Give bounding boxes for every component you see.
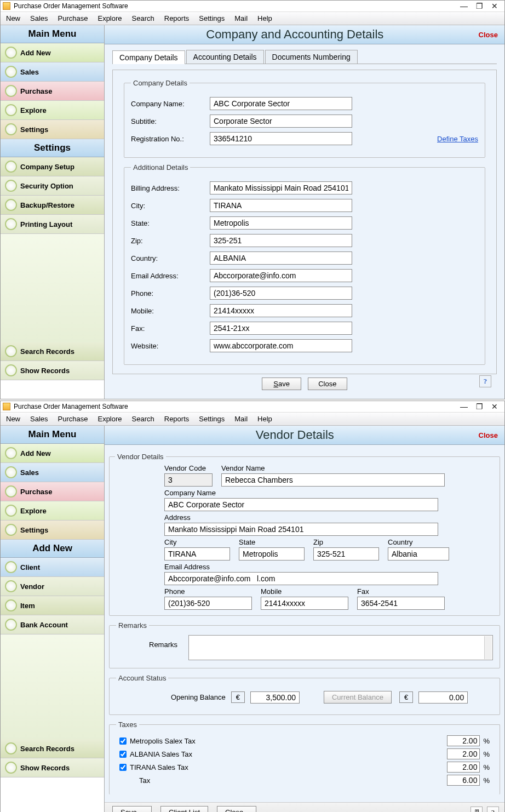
- sidebar-item-client[interactable]: Client: [1, 558, 104, 577]
- email-input[interactable]: [210, 269, 352, 282]
- state-label: State:: [131, 219, 202, 227]
- sidebar-item-settings[interactable]: Settings: [1, 120, 104, 139]
- sidebar-item-explore[interactable]: Explore: [1, 501, 104, 521]
- sidebar-item-sales[interactable]: Sales: [1, 463, 104, 482]
- vendor-address-input[interactable]: [164, 523, 438, 536]
- sidebar-item-add-new[interactable]: Add New: [1, 43, 104, 62]
- sidebar-item-show-records[interactable]: Show Records: [1, 361, 104, 380]
- sidebar-item-security[interactable]: Security Option: [1, 176, 104, 196]
- city-input[interactable]: [210, 199, 352, 212]
- maximize-button[interactable]: ❐: [472, 2, 487, 10]
- menu-sales[interactable]: Sales: [30, 14, 48, 22]
- tab-documents-numbering[interactable]: Documents Numbering: [265, 50, 358, 64]
- sidebar-item-item[interactable]: Item: [1, 596, 104, 615]
- minimize-button[interactable]: —: [456, 2, 472, 10]
- sidebar-item-purchase[interactable]: Purchase: [1, 482, 104, 501]
- close-button[interactable]: Close: [217, 806, 256, 812]
- menu-purchase[interactable]: Purchase: [58, 415, 88, 423]
- current-balance-input[interactable]: [418, 691, 468, 704]
- vendor-city-input[interactable]: [164, 547, 230, 561]
- menu-search[interactable]: Search: [132, 14, 154, 22]
- help-icon[interactable]: ?: [487, 807, 499, 813]
- menu-reports[interactable]: Reports: [164, 415, 190, 423]
- menu-search[interactable]: Search: [132, 415, 154, 423]
- vendor-code-input[interactable]: [164, 473, 213, 487]
- vendor-phone-input[interactable]: [164, 597, 252, 610]
- save-button[interactable]: SSaveave: [262, 378, 301, 390]
- country-input[interactable]: [210, 251, 352, 265]
- vendor-fax-input[interactable]: [357, 597, 445, 610]
- sidebar-item-printing[interactable]: Printing Layout: [1, 215, 104, 234]
- maximize-button[interactable]: ❐: [472, 402, 487, 411]
- panel-close-link[interactable]: Close: [479, 31, 498, 39]
- tab-accounting-details[interactable]: Accounting Details: [186, 50, 264, 64]
- sidebar-item-bank[interactable]: Bank Account: [1, 615, 104, 634]
- sidebar-item-vendor[interactable]: Vendor: [1, 577, 104, 596]
- sidebar-item-explore[interactable]: Explore: [1, 101, 104, 120]
- vendor-email-input[interactable]: [164, 572, 438, 585]
- save-button[interactable]: SaveSave: [112, 806, 152, 812]
- menu-mail[interactable]: Mail: [234, 14, 248, 22]
- tax-total-row: Tax%: [116, 774, 493, 787]
- menu-reports[interactable]: Reports: [164, 14, 190, 22]
- print-icon[interactable]: 🖶: [470, 807, 483, 813]
- sidebar-item-sales[interactable]: Sales: [1, 62, 104, 82]
- opening-currency: €: [231, 691, 245, 703]
- mobile-input[interactable]: [210, 304, 352, 317]
- menu-help[interactable]: Help: [257, 415, 272, 423]
- phone-input[interactable]: [210, 287, 352, 300]
- tax-value-input[interactable]: [447, 735, 480, 746]
- list-icon: [5, 762, 17, 774]
- sidebar-item-search-records[interactable]: Search Records: [1, 342, 104, 361]
- minimize-button[interactable]: —: [456, 402, 472, 411]
- sidebar-item-backup[interactable]: Backup/Restore: [1, 196, 104, 215]
- sidebar-item-purchase[interactable]: Purchase: [1, 82, 104, 101]
- subtitle-input[interactable]: [210, 115, 352, 128]
- help-icon[interactable]: ?: [479, 375, 491, 387]
- menu-mail[interactable]: Mail: [234, 415, 248, 423]
- scrollbar[interactable]: [484, 636, 492, 659]
- tax-value-input[interactable]: [447, 762, 480, 773]
- sidebar-item-company-setup[interactable]: Company Setup: [1, 157, 104, 176]
- sidebar-item-add-new[interactable]: Add New: [1, 444, 104, 463]
- fax-input[interactable]: [210, 322, 352, 335]
- client-list-button[interactable]: Client List: [160, 806, 208, 812]
- menu-settings[interactable]: Settings: [199, 415, 225, 423]
- company-name-input[interactable]: [210, 97, 352, 110]
- menu-help[interactable]: Help: [257, 14, 272, 22]
- tax-checkbox[interactable]: [119, 764, 127, 771]
- menu-new[interactable]: New: [6, 14, 20, 22]
- sidebar-item-settings[interactable]: Settings: [1, 521, 104, 540]
- define-taxes-link[interactable]: Define Taxes: [437, 135, 478, 143]
- vendor-mobile-input[interactable]: [261, 597, 348, 610]
- close-window-button[interactable]: ✕: [487, 2, 502, 10]
- vendor-zip-input[interactable]: [313, 547, 379, 561]
- tax-total-input[interactable]: [447, 775, 480, 786]
- menu-explore[interactable]: Explore: [97, 415, 122, 423]
- tax-checkbox[interactable]: [119, 751, 127, 758]
- website-input[interactable]: [210, 339, 352, 352]
- tab-company-details[interactable]: Company Details: [112, 50, 185, 64]
- tax-value-input[interactable]: [447, 748, 480, 759]
- billing-input[interactable]: [210, 181, 352, 195]
- vendor-company-input[interactable]: [164, 498, 438, 511]
- sidebar-item-search-records[interactable]: Search Records: [1, 739, 104, 758]
- tax-checkbox[interactable]: [119, 737, 127, 745]
- vendor-country-input[interactable]: [388, 547, 449, 561]
- remarks-textarea[interactable]: [188, 635, 493, 660]
- zip-input[interactable]: [210, 234, 352, 247]
- sidebar-item-show-records[interactable]: Show Records: [1, 758, 104, 777]
- menu-purchase[interactable]: Purchase: [58, 14, 88, 22]
- menu-settings[interactable]: Settings: [199, 14, 225, 22]
- menu-explore[interactable]: Explore: [97, 14, 122, 22]
- close-button[interactable]: Close: [308, 378, 347, 390]
- vendor-name-input[interactable]: [221, 473, 445, 487]
- opening-balance-input[interactable]: [250, 691, 300, 704]
- menu-sales[interactable]: Sales: [30, 415, 48, 423]
- state-input[interactable]: [210, 216, 352, 230]
- registration-input[interactable]: [210, 132, 352, 145]
- panel-close-link[interactable]: Close: [479, 431, 498, 439]
- menu-new[interactable]: New: [6, 415, 20, 423]
- vendor-state-input[interactable]: [239, 547, 305, 561]
- close-window-button[interactable]: ✕: [487, 402, 502, 411]
